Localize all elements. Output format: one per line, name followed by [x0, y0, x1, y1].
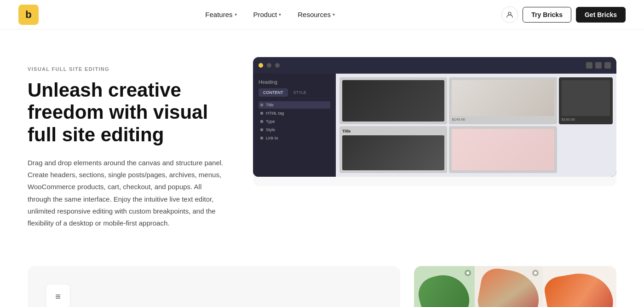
navbar: b Features ▾ Product ▾ Resources ▾ Try B… — [0, 0, 644, 29]
chevron-down-icon: ▾ — [279, 12, 281, 17]
logo[interactable]: b — [18, 5, 39, 25]
sneaker-block-3 — [543, 266, 616, 307]
editor-dot-gray — [267, 63, 271, 68]
editor-img-block-pink — [449, 126, 557, 173]
editor-img-block-chair — [339, 77, 447, 124]
editor-title-label: Title — [342, 129, 444, 133]
editor-heading-label: Heading — [259, 79, 330, 85]
nav-item-product[interactable]: Product ▾ — [247, 7, 288, 22]
editor-img-block-table: $149.00 — [449, 77, 557, 124]
editor-mock: Heading CONTENT STYLE Title HTML tag — [253, 57, 616, 177]
editor-list-item-type[interactable]: Type — [259, 118, 330, 125]
menu-icon: ≡ — [55, 291, 61, 302]
hero-eyebrow: VISUAL FULL SITE EDITING — [28, 66, 225, 72]
user-icon-button[interactable] — [501, 6, 518, 23]
editor-price-1: $149.00 — [452, 117, 554, 122]
hero-image: Heading CONTENT STYLE Title HTML tag — [253, 57, 616, 186]
card-icon-wrap: ≡ — [46, 284, 70, 307]
chevron-down-icon: ▾ — [333, 12, 335, 17]
hero-body: Drag and drop elements around the canvas… — [28, 157, 225, 230]
sneaker-shape-orange — [543, 268, 616, 307]
editor-body: Heading CONTENT STYLE Title HTML tag — [253, 74, 616, 177]
hero-text: VISUAL FULL SITE EDITING Unleash creativ… — [28, 57, 225, 229]
bottom-cards: ≡ MENU BUILDER Craft highly customizable… — [28, 266, 616, 307]
menu-builder-card: ≡ MENU BUILDER Craft highly customizable… — [28, 266, 400, 307]
editor-list-item-title[interactable]: Title — [259, 101, 330, 109]
editor-price-2: $100.00 — [562, 117, 610, 122]
editor-tab-style[interactable]: STYLE — [289, 88, 311, 97]
editor-list-item-style[interactable]: Style — [259, 126, 330, 133]
nav-item-features[interactable]: Features ▾ — [199, 7, 243, 22]
sneaker-cam-icon-1 — [465, 270, 471, 276]
editor-tabs: CONTENT STYLE — [259, 88, 330, 97]
nav-item-resources[interactable]: Resources ▾ — [291, 7, 341, 22]
editor-toolbar-icon3 — [604, 62, 611, 69]
editor-main: $149.00 $100.00 Title — [336, 74, 616, 177]
user-icon — [506, 11, 513, 18]
hero-title: Unleash creative freedom with visual ful… — [28, 79, 225, 146]
nav-center: Features ▾ Product ▾ Resources ▾ — [199, 7, 341, 22]
sneakers-panel: Sneaker $105 — [414, 266, 616, 307]
main-content: VISUAL FULL SITE EDITING Unleash creativ… — [0, 29, 644, 307]
editor-dot-yellow — [259, 63, 263, 68]
svg-point-0 — [508, 12, 511, 15]
editor-toolbar-icon — [586, 62, 592, 69]
editor-topbar-icons — [586, 62, 611, 69]
nav-right: Try Bricks Get Bricks — [501, 6, 626, 23]
editor-img-block-athlete: Title — [339, 126, 447, 173]
editor-sidebar: Heading CONTENT STYLE Title HTML tag — [253, 74, 336, 177]
editor-topbar — [253, 57, 616, 74]
hero-section: VISUAL FULL SITE EDITING Unleash creativ… — [28, 57, 616, 229]
sneaker-cam-icon-2 — [532, 270, 539, 276]
try-bricks-button[interactable]: Try Bricks — [523, 7, 571, 23]
editor-tab-content[interactable]: CONTENT — [259, 88, 288, 97]
editor-img-block-sm: $100.00 — [559, 77, 613, 124]
chevron-down-icon: ▾ — [235, 12, 237, 17]
editor-list-item-link[interactable]: Link to — [259, 134, 330, 142]
editor-toolbar-icon2 — [595, 62, 602, 69]
editor-dot-gray2 — [275, 63, 280, 68]
sneaker-block-2: Sneaker $105 — [476, 266, 542, 307]
sneaker-block-1 — [414, 266, 475, 307]
editor-list-item-htmltag[interactable]: HTML tag — [259, 110, 330, 117]
get-bricks-button[interactable]: Get Bricks — [576, 7, 626, 23]
